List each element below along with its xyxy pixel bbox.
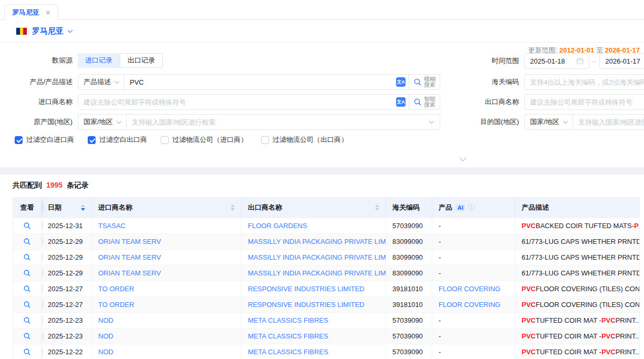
description-text: BACKED COIR TUFTED MATS- (536, 222, 634, 230)
description-highlight: PVC (601, 348, 616, 356)
hs-code-field[interactable] (530, 75, 644, 89)
origin-country-input[interactable] (127, 115, 430, 129)
exporter-field[interactable] (530, 95, 644, 109)
checkbox-icon[interactable] (88, 136, 96, 144)
product-search-input[interactable] (124, 75, 396, 89)
product-cell: - (432, 250, 515, 265)
sort-control[interactable] (226, 204, 235, 211)
filter-checkbox-3[interactable]: 过滤物流公司（出口商） (261, 135, 348, 145)
fuzzy-search-button[interactable]: 模糊 搜索 (409, 75, 440, 89)
view-record-button[interactable] (23, 269, 31, 277)
view-record-button[interactable] (23, 301, 31, 309)
start-date-value[interactable] (530, 54, 576, 68)
view-record-button[interactable] (23, 238, 31, 245)
importer-link[interactable]: TO ORDER (98, 301, 134, 309)
exporter-link[interactable]: META CLASSICS FIBRES (248, 348, 328, 356)
exporter-link[interactable]: MASSILLY INDIA PACKAGING PRIVATE LIMI... (248, 238, 386, 245)
sort-asc-icon[interactable] (81, 204, 85, 207)
origin-type-select[interactable]: 国家/地区 (78, 115, 127, 129)
column-header-date[interactable]: 日期 (41, 198, 92, 218)
dest-country-input[interactable] (573, 115, 644, 129)
sort-asc-icon[interactable] (231, 204, 235, 207)
checkbox-icon[interactable] (261, 136, 269, 144)
description-highlight: PVC (601, 332, 616, 340)
view-record-button[interactable] (23, 222, 31, 230)
sort-control[interactable] (77, 204, 85, 211)
sort-asc-icon[interactable] (375, 204, 379, 207)
hs-code-input[interactable] (524, 74, 644, 90)
filter-checkbox-1[interactable]: 过滤空白出口商 (88, 135, 147, 145)
view-cell (13, 234, 41, 249)
exporter-link[interactable]: RESPONSIVE INDUSTRIES LIMITED (248, 285, 365, 293)
exporter-cell: META CLASSICS FIBRES (242, 344, 386, 359)
exporter-link[interactable]: META CLASSICS FIBRES (248, 332, 328, 340)
importer-link[interactable]: ORIAN TEAM SERV (98, 253, 161, 261)
checkbox-label: 过滤空白进口商 (26, 135, 74, 145)
export-records-button[interactable]: 出口记录 (120, 53, 163, 68)
date-cell: 2025-12-27 (41, 281, 92, 296)
exporter-link[interactable]: MASSILLY INDIA PACKAGING PRIVATE LIMI... (248, 269, 386, 277)
view-record-button[interactable] (23, 348, 31, 356)
sort-desc-icon[interactable] (375, 208, 379, 211)
view-record-button[interactable] (23, 332, 31, 340)
view-record-button[interactable] (23, 253, 31, 261)
chevron-down-icon (563, 118, 568, 124)
section-divider (0, 167, 644, 175)
description-text: TUFTED COIR MAT - (536, 332, 601, 340)
exporter-link[interactable]: FLOOR GARDENS (248, 222, 307, 230)
product-type-select[interactable]: 产品描述 (78, 75, 124, 89)
importer-link[interactable]: NOD (98, 316, 113, 324)
exporter-input[interactable] (524, 94, 644, 110)
smart-search-button[interactable]: 智能 搜索 (409, 95, 440, 109)
translate-icon[interactable]: 文A (396, 97, 406, 107)
start-date-input[interactable] (524, 53, 589, 69)
description-text: 61/773-LUG CAPS WHETHER PRNTD... (522, 253, 639, 261)
end-date-input[interactable] (599, 53, 644, 69)
column-label: 出口商名称 (248, 203, 282, 212)
filter-checkbox-0[interactable]: 过滤空白进口商 (15, 135, 74, 145)
view-record-button[interactable] (23, 285, 31, 293)
chevron-down-icon[interactable] (68, 27, 73, 33)
column-label: 进口商名称 (98, 203, 132, 212)
end-date-value[interactable] (605, 54, 644, 68)
importer-link[interactable]: NOD (98, 348, 113, 356)
exporter-link[interactable]: MASSILLY INDIA PACKAGING PRIVATE LIMI... (248, 253, 386, 261)
import-records-button[interactable]: 进口记录 (78, 53, 120, 68)
exporter-link[interactable]: META CLASSICS FIBRES (248, 316, 328, 324)
sort-desc-icon[interactable] (231, 208, 235, 211)
fuzzy-search-label: 模糊 搜索 (424, 76, 435, 88)
importer-link[interactable]: TSASAC (98, 222, 126, 230)
filter-checkbox-2[interactable]: 过滤物流公司（进口商） (161, 135, 247, 145)
checkbox-icon[interactable] (15, 136, 23, 144)
importer-link[interactable]: TO ORDER (98, 285, 134, 293)
collapse-filters-button[interactable] (456, 155, 470, 162)
product-row: 产品/产品描述 产品描述 文A 模糊 搜索 (15, 74, 440, 90)
product-link[interactable]: FLOOR COVERING (439, 301, 501, 309)
translate-icon[interactable]: 文A (396, 77, 406, 87)
table-header: 查看日期进口商名称出口商名称海关编码产品AIⓘ产品描述 (13, 198, 639, 218)
product-cell: - (432, 344, 515, 359)
chevron-down-icon (116, 118, 121, 124)
chevron-down-icon (460, 155, 466, 161)
tab-romania[interactable]: 罗马尼亚 × (4, 4, 58, 20)
checkbox-icon[interactable] (161, 136, 169, 144)
product-link[interactable]: FLOOR COVERING (439, 285, 501, 293)
importer-link[interactable]: ORIAN TEAM SERV (98, 238, 161, 245)
importer-link[interactable]: NOD (98, 332, 113, 340)
origin-country-row: 原产国(地区) 国家/地区 (15, 114, 440, 130)
view-record-button[interactable] (23, 316, 31, 324)
close-icon[interactable]: × (46, 8, 50, 16)
importer-input[interactable] (78, 95, 396, 109)
sort-desc-icon[interactable] (81, 208, 85, 211)
page-title[interactable]: 罗马尼亚 (32, 26, 64, 36)
column-header-importer[interactable]: 进口商名称 (92, 198, 242, 218)
date-cell: 2025-12-23 (41, 329, 92, 344)
importer-link[interactable]: ORIAN TEAM SERV (98, 269, 161, 277)
description-cell: PVC FLOOR COVERING (TILES) CONT... (515, 297, 639, 312)
sort-control[interactable] (371, 204, 379, 211)
column-header-exporter[interactable]: 出口商名称 (242, 198, 386, 218)
exporter-link[interactable]: RESPONSIVE INDUSTRIES LIMITED (248, 301, 365, 309)
product-cell: - (432, 234, 515, 249)
dest-type-select[interactable]: 国家/地区 (525, 115, 573, 129)
importer-cell: NOD (92, 344, 242, 359)
